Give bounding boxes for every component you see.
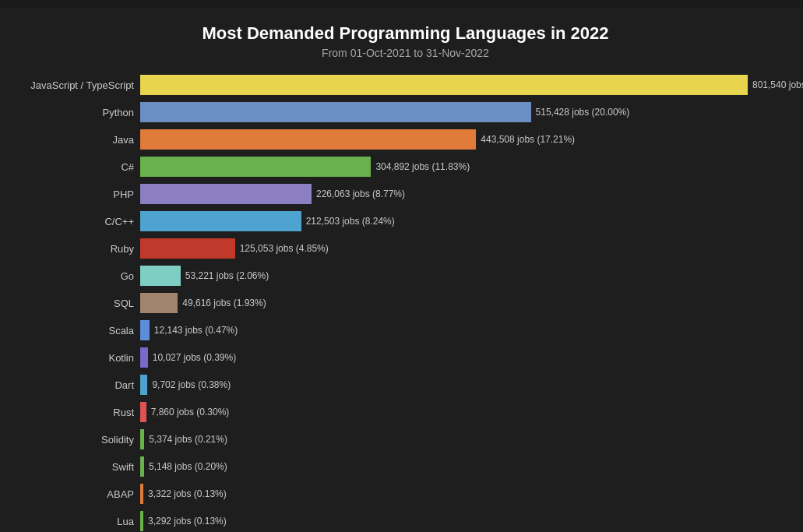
- bar-value-label: 212,503 jobs (8.24%): [306, 216, 395, 227]
- bar-value-label: 7,860 jobs (0.30%): [151, 407, 230, 417]
- bar-row: Dart9,702 jobs (0.38%): [16, 373, 795, 396]
- bar-wrapper: 443,508 jobs (17.21%): [140, 129, 795, 150]
- bar-wrapper: 801,540 jobs (31.10%): [140, 75, 803, 95]
- bar-wrapper: 212,503 jobs (8.24%): [140, 211, 795, 231]
- bar-fill: [140, 375, 147, 395]
- bar-row: Lua3,292 jobs (0.13%): [16, 509, 795, 532]
- bar-value-label: 443,508 jobs (17.21%): [481, 134, 575, 145]
- bar-fill: [140, 211, 301, 231]
- bar-fill: [140, 320, 150, 340]
- bar-wrapper: 3,322 jobs (0.13%): [140, 484, 795, 504]
- bar-label: Python: [16, 107, 140, 118]
- bar-value-label: 12,143 jobs (0.47%): [154, 325, 238, 336]
- chart-title: Most Demanded Programming Languages in 2…: [16, 23, 795, 44]
- bar-fill: [140, 484, 143, 504]
- bar-row: Ruby125,053 jobs (4.85%): [16, 237, 795, 260]
- bar-row: C#304,892 jobs (11.83%): [16, 155, 795, 178]
- bar-label: Solidity: [16, 434, 140, 446]
- bar-wrapper: 3,292 jobs (0.13%): [140, 511, 795, 531]
- bar-row: C/C++212,503 jobs (8.24%): [16, 210, 795, 233]
- bar-wrapper: 5,148 jobs (0.20%): [140, 456, 795, 477]
- bar-fill: [140, 102, 531, 122]
- bar-fill: [140, 347, 148, 368]
- bar-fill: [140, 75, 748, 95]
- bar-wrapper: 10,027 jobs (0.39%): [140, 347, 795, 368]
- bar-wrapper: 53,221 jobs (2.06%): [140, 266, 795, 286]
- bar-label: ABAP: [16, 488, 140, 500]
- bar-row: SQL49,616 jobs (1.93%): [16, 291, 795, 315]
- bar-row: PHP226,063 jobs (8.77%): [16, 182, 795, 206]
- bar-fill: [140, 402, 146, 422]
- bar-label: Lua: [16, 516, 140, 527]
- bar-label: JavaScript / TypeScript: [16, 79, 140, 91]
- bar-value-label: 49,616 jobs (1.93%): [182, 298, 266, 308]
- bar-fill: [140, 511, 143, 531]
- bar-row: Solidity5,374 jobs (0.21%): [16, 428, 795, 451]
- bar-wrapper: 304,892 jobs (11.83%): [140, 157, 795, 177]
- bar-value-label: 10,027 jobs (0.39%): [153, 352, 236, 363]
- bar-wrapper: 125,053 jobs (4.85%): [140, 238, 795, 259]
- bar-row: Kotlin10,027 jobs (0.39%): [16, 346, 795, 369]
- bar-value-label: 5,374 jobs (0.21%): [149, 434, 227, 445]
- bar-row: ABAP3,322 jobs (0.13%): [16, 482, 795, 506]
- chart-container: Most Demanded Programming Languages in 2…: [0, 8, 803, 532]
- bar-value-label: 801,540 jobs (31.10%): [752, 79, 803, 90]
- chart-subtitle: From 01-Oct-2021 to 31-Nov-2022: [16, 47, 795, 59]
- bar-value-label: 304,892 jobs (11.83%): [375, 161, 470, 172]
- bar-wrapper: 226,063 jobs (8.77%): [140, 184, 795, 204]
- bar-fill: [140, 266, 181, 286]
- bar-value-label: 9,702 jobs (0.38%): [152, 379, 231, 390]
- bar-fill: [140, 293, 178, 313]
- bar-fill: [140, 184, 312, 204]
- bar-label: SQL: [16, 298, 140, 309]
- bar-label: C/C++: [16, 216, 140, 227]
- bar-label: Ruby: [16, 243, 140, 255]
- bar-wrapper: 9,702 jobs (0.38%): [140, 375, 795, 395]
- bar-wrapper: 49,616 jobs (1.93%): [140, 293, 795, 313]
- bar-row: JavaScript / TypeScript801,540 jobs (31.…: [16, 73, 795, 97]
- bar-row: Rust7,860 jobs (0.30%): [16, 400, 795, 424]
- bar-chart: JavaScript / TypeScript801,540 jobs (31.…: [16, 73, 795, 532]
- bar-fill: [140, 129, 476, 150]
- bar-row: Scala12,143 jobs (0.47%): [16, 319, 795, 342]
- bar-label: Kotlin: [16, 352, 140, 364]
- bar-label: Scala: [16, 325, 140, 336]
- bar-wrapper: 7,860 jobs (0.30%): [140, 402, 795, 422]
- bar-value-label: 226,063 jobs (8.77%): [316, 188, 405, 199]
- bar-fill: [140, 157, 371, 177]
- bar-value-label: 125,053 jobs (4.85%): [240, 243, 329, 254]
- bar-label: Java: [16, 134, 140, 146]
- bar-row: Swift5,148 jobs (0.20%): [16, 455, 795, 478]
- bar-value-label: 3,322 jobs (0.13%): [148, 488, 227, 499]
- bar-value-label: 53,221 jobs (2.06%): [185, 270, 269, 281]
- bar-label: C#: [16, 161, 140, 173]
- bar-label: Dart: [16, 379, 140, 391]
- bar-value-label: 3,292 jobs (0.13%): [148, 516, 227, 527]
- bar-row: Java443,508 jobs (17.21%): [16, 128, 795, 151]
- bar-value-label: 5,148 jobs (0.20%): [149, 461, 227, 472]
- bar-label: PHP: [16, 188, 140, 200]
- bar-label: Swift: [16, 461, 140, 473]
- bar-value-label: 515,428 jobs (20.00%): [536, 107, 630, 118]
- bar-wrapper: 12,143 jobs (0.47%): [140, 320, 795, 340]
- bar-wrapper: 515,428 jobs (20.00%): [140, 102, 795, 122]
- bar-row: Go53,221 jobs (2.06%): [16, 264, 795, 287]
- bar-row: Python515,428 jobs (20.00%): [16, 100, 795, 124]
- bar-wrapper: 5,374 jobs (0.21%): [140, 429, 795, 449]
- bar-fill: [140, 456, 144, 477]
- bar-fill: [140, 238, 235, 259]
- bar-label: Rust: [16, 407, 140, 418]
- bar-label: Go: [16, 270, 140, 282]
- bar-fill: [140, 429, 144, 449]
